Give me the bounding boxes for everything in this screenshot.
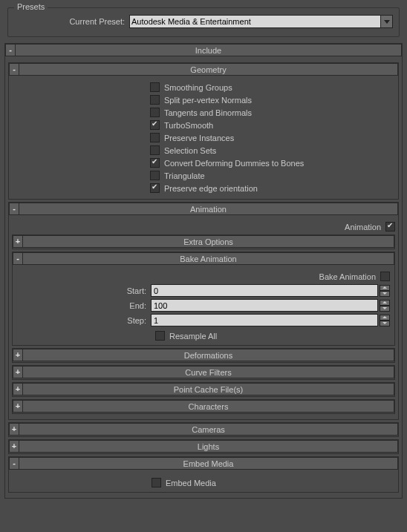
end-input[interactable]	[151, 299, 378, 312]
animation-title[interactable]: Animation	[19, 203, 398, 215]
deformations-title[interactable]: Deformations	[23, 349, 394, 361]
bake-animation-title[interactable]: Bake Animation	[23, 252, 394, 265]
animation-toggle[interactable]: -	[9, 203, 19, 215]
resample-all-check[interactable]	[155, 331, 165, 341]
include-group: - Include - Geometry Smoothing Groups Sp…	[4, 43, 403, 499]
current-preset-select[interactable]: Autodesk Media & Entertainment	[129, 15, 381, 28]
end-spin-up[interactable]	[380, 300, 390, 306]
preserve-edge-label: Preserve edge orientation	[164, 184, 258, 193]
selection-sets-label: Selection Sets	[164, 146, 216, 155]
tangents-binormals-check[interactable]	[150, 108, 160, 117]
start-input[interactable]	[151, 284, 378, 297]
selection-sets-check[interactable]	[150, 145, 160, 155]
deformations-toggle[interactable]: +	[13, 349, 23, 361]
preserve-instances-label: Preserve Instances	[164, 134, 234, 142]
start-label: Start:	[17, 286, 151, 295]
preserve-instances-check[interactable]	[150, 133, 160, 142]
triangulate-check[interactable]	[150, 171, 160, 180]
current-preset-label: Current Preset:	[14, 17, 129, 26]
geometry-toggle[interactable]: -	[9, 63, 19, 76]
dropdown-arrow-icon[interactable]	[381, 15, 393, 28]
step-input[interactable]	[151, 314, 378, 326]
bake-animation-group: - Bake Animation Bake Animation Start:	[12, 252, 395, 346]
embed-media-group: - Embed Media Embed Media	[8, 456, 399, 493]
bake-animation-toggle[interactable]: -	[13, 252, 23, 265]
smoothing-groups-label: Smoothing Groups	[164, 83, 232, 92]
cameras-group: + Cameras	[8, 422, 399, 437]
bake-check[interactable]	[380, 272, 390, 281]
point-cache-group: + Point Cache File(s)	[12, 382, 395, 397]
embed-media-toggle[interactable]: -	[9, 457, 19, 470]
animation-check[interactable]	[385, 222, 395, 231]
end-label: End:	[17, 301, 151, 310]
animation-group: - Animation Animation + Extra Options	[8, 202, 399, 420]
include-title[interactable]: Include	[16, 44, 402, 56]
include-toggle[interactable]: -	[5, 44, 16, 56]
smoothing-groups-check[interactable]	[150, 82, 160, 92]
turbosmooth-label: TurboSmooth	[164, 121, 213, 130]
cameras-title[interactable]: Cameras	[19, 423, 398, 436]
end-spin-down[interactable]	[380, 306, 390, 312]
embed-media-title[interactable]: Embed Media	[19, 457, 398, 470]
presets-fieldset: Presets Current Preset: Autodesk Media &…	[7, 7, 400, 37]
lights-title[interactable]: Lights	[19, 440, 398, 453]
curve-filters-toggle[interactable]: +	[13, 366, 23, 378]
characters-title[interactable]: Characters	[23, 400, 394, 413]
characters-group: + Characters	[12, 399, 395, 414]
resample-all-label: Resample All	[169, 332, 217, 341]
embed-media-label: Embed Media	[166, 479, 216, 487]
step-label: Step:	[17, 316, 151, 325]
point-cache-toggle[interactable]: +	[13, 383, 23, 395]
animation-check-label: Animation	[247, 223, 381, 231]
convert-deforming-check[interactable]	[150, 158, 160, 168]
curve-filters-title[interactable]: Curve Filters	[23, 366, 394, 378]
characters-toggle[interactable]: +	[13, 400, 23, 413]
step-spin-down[interactable]	[380, 321, 390, 326]
tangents-binormals-label: Tangents and Binormals	[164, 108, 252, 117]
lights-toggle[interactable]: +	[9, 440, 19, 453]
presets-legend: Presets	[14, 2, 48, 11]
geometry-title[interactable]: Geometry	[19, 63, 398, 76]
split-pervertex-check[interactable]	[150, 95, 160, 105]
start-spin-down[interactable]	[380, 291, 390, 297]
triangulate-label: Triangulate	[164, 171, 205, 180]
cameras-toggle[interactable]: +	[9, 423, 19, 436]
curve-filters-group: + Curve Filters	[12, 365, 395, 380]
extra-options-toggle[interactable]: +	[13, 235, 23, 248]
start-spin-up[interactable]	[380, 285, 390, 291]
embed-media-check[interactable]	[152, 478, 161, 487]
split-pervertex-label: Split per-vertex Normals	[164, 96, 252, 105]
lights-group: + Lights	[8, 439, 399, 454]
preserve-edge-check[interactable]	[150, 183, 160, 193]
extra-options-group: + Extra Options	[12, 234, 395, 249]
deformations-group: + Deformations	[12, 348, 395, 363]
point-cache-title[interactable]: Point Cache File(s)	[23, 383, 394, 395]
bake-check-label: Bake Animation	[242, 272, 376, 281]
extra-options-title[interactable]: Extra Options	[23, 235, 394, 248]
step-spin-up[interactable]	[380, 315, 390, 321]
geometry-group: - Geometry Smoothing Groups Split per-ve…	[8, 62, 399, 200]
turbosmooth-check[interactable]	[150, 120, 160, 130]
convert-deforming-label: Convert Deforming Dummies to Bones	[164, 159, 304, 168]
